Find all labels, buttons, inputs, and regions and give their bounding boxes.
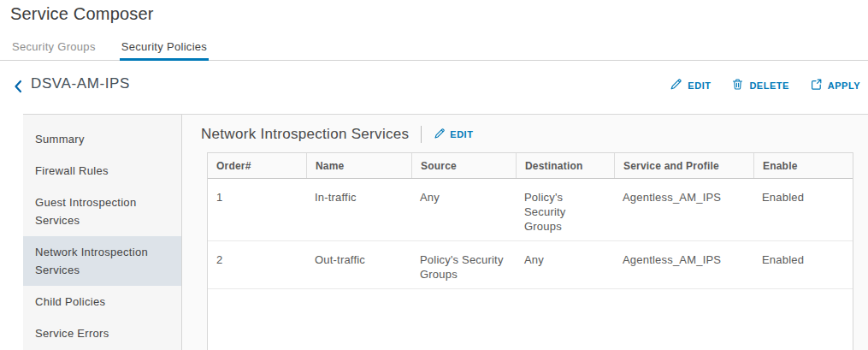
cell-name: In-traffic <box>306 179 411 240</box>
cell-enable: Enabled <box>753 241 853 288</box>
section-heading: Network Introspection Services <box>201 126 409 143</box>
column-header-service-and-profile[interactable]: Service and Profile <box>614 153 753 178</box>
sidebar-item-guest-introspection-services[interactable]: Guest Introspection Services <box>23 187 181 236</box>
cell-name: Out-traffic <box>306 241 411 288</box>
tab-security-groups[interactable]: Security Groups <box>10 40 97 60</box>
sidebar-item-firewall-rules[interactable]: Firewall Rules <box>23 155 181 187</box>
policy-detail-panel: Summary Firewall Rules Guest Introspecti… <box>23 114 868 350</box>
cell-order: 1 <box>208 179 306 240</box>
tab-bar: Security Groups Security Policies <box>0 36 868 61</box>
cell-source: Any <box>411 179 516 240</box>
apply-note-icon <box>810 78 823 92</box>
service-composer-app: Service Composer Security Groups Securit… <box>0 0 868 350</box>
services-table: Order# Name Source Destination Service a… <box>207 152 853 350</box>
cell-source: Policy's Security Groups <box>411 241 516 288</box>
column-header-enable[interactable]: Enable <box>753 153 853 178</box>
edit-button[interactable]: EDIT <box>670 78 711 92</box>
cell-destination: Policy's Security Groups <box>516 179 614 240</box>
column-header-destination[interactable]: Destination <box>516 153 614 178</box>
trash-icon <box>731 78 744 92</box>
heading-divider <box>421 126 422 143</box>
table-row[interactable]: 2 Out-traffic Policy's Security Groups A… <box>208 241 853 289</box>
cell-order: 2 <box>208 241 306 288</box>
apply-button-label: APPLY <box>828 80 860 91</box>
section-edit-label: EDIT <box>450 129 473 139</box>
table-row[interactable]: 1 In-traffic Any Policy's Security Group… <box>208 179 853 241</box>
policy-sidebar: Summary Firewall Rules Guest Introspecti… <box>23 115 182 350</box>
delete-button-label: DELETE <box>749 80 788 91</box>
section-edit-button[interactable]: EDIT <box>434 128 473 141</box>
back-button[interactable] <box>10 78 27 98</box>
delete-button[interactable]: DELETE <box>731 78 788 92</box>
policy-title: DSVA-AM-IPS <box>31 75 130 92</box>
column-header-source[interactable]: Source <box>411 153 516 178</box>
sidebar-item-summary[interactable]: Summary <box>23 123 181 155</box>
sidebar-item-network-introspection-services[interactable]: Network Introspection Services <box>23 236 181 286</box>
policy-actions: EDIT DELETE APPLY <box>670 78 860 92</box>
sidebar-item-child-policies[interactable]: Child Policies <box>23 286 181 317</box>
policy-header-bar: DSVA-AM-IPS EDIT DELETE APPLY <box>0 61 868 114</box>
page-title: Service Composer <box>10 4 154 24</box>
column-header-name[interactable]: Name <box>306 153 411 178</box>
content-area: Network Introspection Services EDIT Orde… <box>183 115 868 350</box>
pencil-icon <box>434 128 446 141</box>
table-header-row: Order# Name Source Destination Service a… <box>208 153 853 179</box>
cell-enable: Enabled <box>753 179 853 240</box>
cell-destination: Any <box>516 241 614 288</box>
cell-service-and-profile: Agentless_AM_IPS <box>614 179 753 240</box>
pencil-icon <box>670 78 682 92</box>
apply-button[interactable]: APPLY <box>810 78 860 92</box>
tab-security-policies[interactable]: Security Policies <box>120 40 209 60</box>
content-header: Network Introspection Services EDIT <box>201 126 473 143</box>
chevron-left-icon <box>12 80 25 96</box>
sidebar-item-service-errors[interactable]: Service Errors <box>23 317 181 349</box>
cell-service-and-profile: Agentless_AM_IPS <box>614 241 753 288</box>
column-header-order[interactable]: Order# <box>208 153 306 178</box>
edit-button-label: EDIT <box>688 80 711 91</box>
